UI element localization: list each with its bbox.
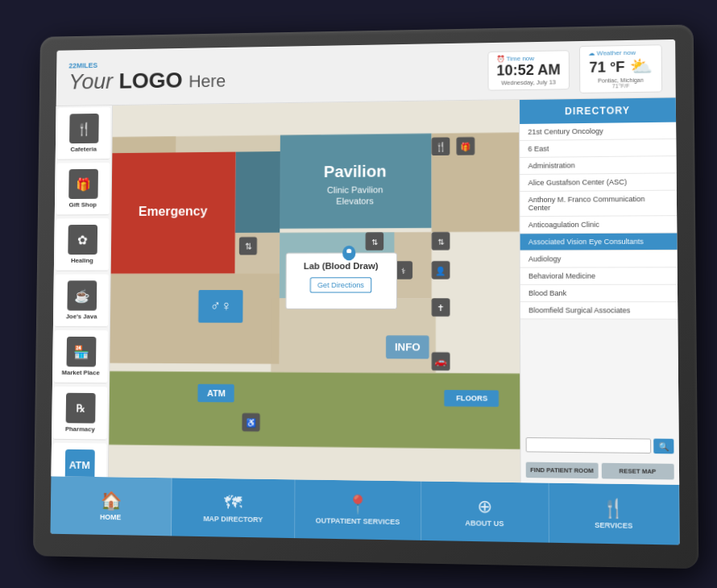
svg-text:♂♀: ♂♀ (210, 297, 232, 313)
market-label: Market Place (62, 369, 100, 376)
market-icon: 🏪 (66, 337, 96, 367)
weather-widget: ☁ Weather now 71 °F ⛅ Pontiac, Michigan … (579, 44, 662, 93)
logo: 22MILES Your LOGO Here (68, 59, 226, 94)
svg-text:👤: 👤 (435, 265, 446, 275)
screen: 22MILES Your LOGO Here ⏰ Time now 10:52 … (50, 39, 679, 545)
directory-search-area: 🔍 (520, 433, 678, 459)
logo-main: LOGO (118, 68, 182, 93)
right-panel: DIRECTORY 21st Century Oncology 6 East A… (519, 97, 679, 484)
reset-map-button[interactable]: RESET MAP (601, 463, 674, 480)
dir-item-audiology[interactable]: Audiology (520, 251, 678, 268)
nav-map-directory[interactable]: 🗺 MAP DIRECTORY (172, 478, 296, 538)
gift-label: Gift Shop (69, 201, 97, 209)
dir-item-anthony[interactable]: Anthony M. Franco Communication Center (520, 191, 677, 217)
time-value: 10:52 AM (496, 61, 561, 80)
svg-text:Pavilion: Pavilion (324, 162, 387, 180)
time-date: Wednesday, July 13 (496, 79, 561, 87)
time-widget: ⏰ Time now 10:52 AM Wednesday, July 13 (487, 50, 570, 91)
header: 22MILES Your LOGO Here ⏰ Time now 10:52 … (56, 39, 676, 106)
svg-text:Clinic Pavilion: Clinic Pavilion (327, 184, 383, 195)
directory-search-input[interactable] (526, 437, 652, 453)
monitor: 22MILES Your LOGO Here ⏰ Time now 10:52 … (33, 24, 698, 569)
healing-icon: ✿ (68, 225, 97, 255)
svg-text:♿: ♿ (246, 417, 256, 428)
dir-item-alice[interactable]: Alice Gustafson Center (ASC) (520, 173, 676, 192)
weather-cloud-icon: ⛅ (630, 56, 653, 77)
cafeteria-icon: 🍴 (69, 114, 99, 143)
directory-action-buttons: FIND PATIENT ROOM RESET MAP (521, 457, 680, 484)
crosshair-icon: ⊕ (477, 495, 491, 517)
sidebar-item-gift-shop[interactable]: 🎁 Gift Shop (56, 163, 110, 216)
joes-java-label: Joe's Java (66, 313, 97, 320)
svg-text:Emergency: Emergency (139, 203, 208, 217)
directory-search-button[interactable]: 🔍 (653, 439, 673, 454)
svg-text:⇅: ⇅ (244, 241, 251, 251)
svg-text:FLOORS: FLOORS (456, 394, 487, 403)
sidebar: 🍴 Cafeteria 🎁 Gift Shop ✿ Healing ☕ Joe'… (51, 106, 113, 477)
about-us-label: ABOUT US (465, 519, 504, 528)
dir-item-bloomfield[interactable]: Bloomfield Surgical Associates (520, 302, 678, 320)
find-patient-room-button[interactable]: FIND PATIENT ROOM (526, 462, 599, 479)
header-widgets: ⏰ Time now 10:52 AM Wednesday, July 13 ☁… (487, 44, 662, 94)
dir-item-anticoag[interactable]: Anticoagulation Clinic (520, 216, 678, 234)
svg-rect-13 (110, 274, 280, 364)
sidebar-item-pharmacy[interactable]: ℞ Pharmacy (53, 387, 107, 441)
dir-item-behavioral[interactable]: Behavioral Medicine (520, 267, 678, 285)
svg-rect-6 (280, 134, 431, 229)
directory-header: DIRECTORY (520, 97, 676, 124)
svg-text:INFO: INFO (395, 341, 421, 354)
svg-text:⚕: ⚕ (401, 266, 405, 275)
svg-text:ATM: ATM (207, 388, 226, 398)
map-svg: Emergency Pavilion Clinic Pavilion Eleva… (109, 100, 520, 482)
sidebar-item-healing[interactable]: ✿ Healing (56, 218, 110, 271)
coffee-icon: ☕ (67, 280, 97, 310)
dir-item-6east[interactable]: 6 East (520, 139, 676, 158)
pharmacy-label: Pharmacy (65, 425, 95, 433)
atm-icon: ATM (64, 449, 94, 480)
home-icon: 🏠 (100, 491, 121, 511)
cafeteria-label: Cafeteria (70, 146, 97, 153)
sidebar-item-cafeteria[interactable]: 🍴 Cafeteria (57, 107, 111, 160)
outpatient-label: OUTPATIENT SERVICES (316, 516, 400, 527)
gift-icon: 🎁 (68, 169, 98, 199)
sidebar-item-market-place[interactable]: 🏪 Market Place (54, 330, 108, 383)
svg-text:🍴: 🍴 (435, 141, 446, 152)
svg-text:⇅: ⇅ (437, 237, 444, 246)
dir-item-admin[interactable]: Administration (520, 156, 676, 175)
nav-about-us[interactable]: ⊕ ABOUT US (421, 481, 549, 542)
svg-text:✝: ✝ (437, 302, 444, 312)
weather-value: 71 °F (589, 59, 624, 77)
svg-text:Elevators: Elevators (336, 197, 374, 206)
dir-item-blood-bank[interactable]: Blood Bank (520, 285, 678, 302)
svg-text:⇅: ⇅ (371, 238, 378, 246)
svg-rect-5 (235, 151, 280, 233)
weather-content: 71 °F ⛅ (588, 56, 653, 77)
pharmacy-icon: ℞ (65, 393, 95, 424)
nav-home[interactable]: 🏠 HOME (50, 476, 172, 536)
services-icon: 🍴 (602, 498, 624, 520)
directory-list: 21st Century Oncology 6 East Administrat… (520, 122, 678, 434)
main-content: 🍴 Cafeteria 🎁 Gift Shop ✿ Healing ☕ Joe'… (51, 97, 679, 484)
map-area[interactable]: Emergency Pavilion Clinic Pavilion Eleva… (109, 100, 520, 482)
logo-here: Here (189, 71, 226, 91)
dir-item-associated-vision[interactable]: Associated Vision Eye Consultants (520, 234, 678, 251)
logo-text: Your LOGO Here (68, 67, 226, 94)
map-icon: 🗺 (224, 492, 242, 513)
location-pin-icon: 📍 (346, 494, 368, 516)
nav-services[interactable]: 🍴 SERVICES (549, 483, 679, 545)
svg-rect-14 (109, 371, 520, 449)
weather-desc: 71°F/F (588, 83, 653, 89)
svg-text:🎁: 🎁 (460, 141, 470, 151)
sidebar-item-joes-java[interactable]: ☕ Joe's Java (55, 274, 109, 327)
svg-text:🚗: 🚗 (434, 354, 447, 367)
dir-item-oncology[interactable]: 21st Century Oncology (520, 122, 676, 141)
services-label: SERVICES (595, 520, 632, 530)
bottom-nav: 🏠 HOME 🗺 MAP DIRECTORY 📍 OUTPATIENT SERV… (50, 476, 679, 545)
home-label: HOME (100, 512, 121, 521)
svg-text:Get Directions: Get Directions (317, 281, 364, 289)
nav-outpatient[interactable]: 📍 OUTPATIENT SERVICES (296, 479, 421, 540)
map-directory-label: MAP DIRECTORY (203, 515, 263, 524)
healing-label: Healing (71, 257, 93, 264)
logo-your: Your (68, 68, 119, 93)
svg-text:Lab (Blood Draw): Lab (Blood Draw) (304, 261, 379, 271)
